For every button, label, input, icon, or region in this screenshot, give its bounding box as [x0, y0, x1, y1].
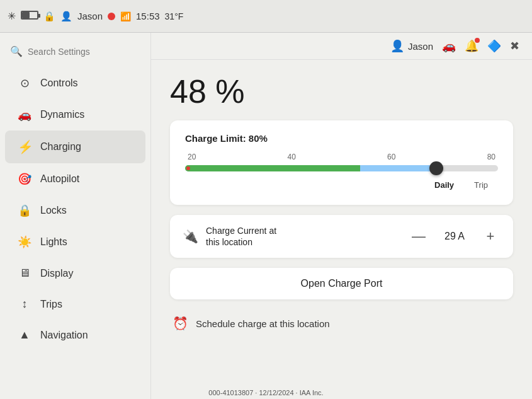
tab-trip[interactable]: Trip: [464, 178, 498, 192]
charging-icon: ⚡: [18, 139, 31, 154]
charge-current-left: 🔌 Charge Current atthis location: [183, 225, 276, 248]
sidebar-item-autopilot[interactable]: 🎯 Autopilot: [5, 163, 145, 195]
status-time: 15:53: [136, 11, 160, 21]
display-icon: 🖥: [18, 267, 31, 280]
slider-labels: 20 40 60 80: [185, 153, 498, 161]
content-area: 👤 Jason 🚗 🔔 🔷 ✖ 48 % Charge Limit: 80% 2…: [151, 33, 532, 399]
dynamics-icon: 🚗: [18, 108, 31, 122]
footer: 000-41013807 · 12/12/2024 · IAA Inc.: [0, 389, 532, 396]
plug-icon: 🔌: [183, 229, 198, 244]
charge-current-label: Charge Current atthis location: [206, 225, 276, 248]
charging-content: 48 % Charge Limit: 80% 20 40 60 80: [151, 60, 532, 350]
topbar-username: Jason: [408, 41, 433, 52]
slider-fill-blue: [360, 165, 435, 171]
sidebar-item-trips[interactable]: ↕ Trips: [5, 289, 145, 320]
autopilot-icon: 🎯: [18, 172, 31, 186]
locks-label: Locks: [40, 205, 67, 216]
main-container: 🔍 ⊙ Controls 🚗 Dynamics ⚡ Charging 🎯 Aut…: [0, 33, 532, 399]
topbar-user: 👤 Jason: [390, 39, 433, 53]
sidebar-item-locks[interactable]: 🔒 Locks: [5, 195, 145, 226]
asterisk-icon: ✳: [8, 10, 16, 22]
search-bar[interactable]: 🔍: [0, 40, 150, 62]
schedule-row[interactable]: ⏰ Schedule charge at this location: [170, 309, 513, 337]
lock-icon: 🔒: [43, 11, 55, 22]
sidebar-item-charging[interactable]: ⚡ Charging: [5, 130, 145, 163]
bluetooth-icon[interactable]: 🔷: [487, 39, 501, 53]
search-input[interactable]: [28, 47, 140, 57]
locks-icon: 🔒: [18, 204, 31, 217]
navigation-icon: ▲: [18, 328, 31, 342]
slider-mark-60: 60: [387, 153, 395, 161]
slider-tabs: Daily Trip: [185, 178, 498, 192]
controls-icon: ⊙: [18, 76, 31, 90]
dynamics-label: Dynamics: [40, 109, 84, 120]
car-icon-topbar: 🚗: [442, 39, 456, 53]
wifi-cross-icon: ✖: [510, 39, 519, 53]
slider-start-dot: [186, 166, 190, 170]
sidebar-item-controls[interactable]: ⊙ Controls: [5, 67, 145, 99]
charge-current-control: — 29 A +: [409, 226, 501, 246]
schedule-label: Schedule charge at this location: [196, 318, 330, 329]
open-charge-port-button[interactable]: Open Charge Port: [170, 268, 513, 299]
lights-label: Lights: [40, 236, 67, 248]
battery-icon: [21, 11, 38, 21]
status-bar-left: ✳ 🔒 👤 Jason 📶 15:53 31°F: [8, 10, 183, 22]
trips-label: Trips: [40, 299, 62, 310]
lights-icon: ☀️: [18, 235, 31, 249]
signal-icon: 📶: [120, 11, 131, 21]
slider-mark-20: 20: [188, 153, 196, 161]
charge-slider-track[interactable]: [185, 165, 498, 171]
schedule-icon: ⏰: [173, 316, 188, 331]
status-username: Jason: [77, 11, 103, 21]
bell-icon[interactable]: 🔔: [465, 39, 478, 53]
tab-daily[interactable]: Daily: [424, 178, 464, 192]
display-label: Display: [40, 268, 73, 279]
slider-mark-80: 80: [487, 153, 495, 161]
navigation-label: Navigation: [40, 330, 88, 341]
top-bar: 👤 Jason 🚗 🔔 🔷 ✖: [151, 33, 532, 60]
slider-thumb[interactable]: [429, 161, 443, 175]
user-avatar-icon: 👤: [390, 39, 404, 53]
sidebar-item-lights[interactable]: ☀️ Lights: [5, 226, 145, 258]
increment-charge-button[interactable]: +: [480, 226, 501, 246]
charge-limit-card: Charge Limit: 80% 20 40 60 80 Daily Trip: [170, 120, 513, 205]
user-icon: 👤: [60, 11, 72, 22]
record-dot: [108, 13, 115, 20]
controls-label: Controls: [40, 78, 78, 89]
charge-percentage: 48 %: [170, 72, 513, 110]
decrement-charge-button[interactable]: —: [409, 226, 429, 246]
status-bar: ✳ 🔒 👤 Jason 📶 15:53 31°F: [0, 0, 532, 33]
sidebar-item-display[interactable]: 🖥 Display: [5, 258, 145, 289]
charge-limit-label: Charge Limit: 80%: [185, 133, 498, 144]
sidebar-item-navigation[interactable]: ▲ Navigation: [5, 320, 145, 350]
charge-current-card: 🔌 Charge Current atthis location — 29 A …: [170, 215, 513, 258]
slider-fill-green: [185, 165, 360, 171]
trips-icon: ↕: [18, 298, 31, 311]
autopilot-label: Autopilot: [40, 173, 79, 185]
charging-label: Charging: [40, 141, 81, 153]
notification-dot: [475, 38, 480, 43]
search-icon: 🔍: [10, 45, 23, 57]
sidebar-item-dynamics[interactable]: 🚗 Dynamics: [5, 99, 145, 130]
footer-text: 000-41013807 · 12/12/2024 · IAA Inc.: [208, 389, 323, 396]
status-temp: 31°F: [165, 11, 184, 21]
sidebar: 🔍 ⊙ Controls 🚗 Dynamics ⚡ Charging 🎯 Aut…: [0, 33, 151, 399]
slider-mark-40: 40: [288, 153, 296, 161]
charge-current-value: 29 A: [439, 231, 470, 242]
